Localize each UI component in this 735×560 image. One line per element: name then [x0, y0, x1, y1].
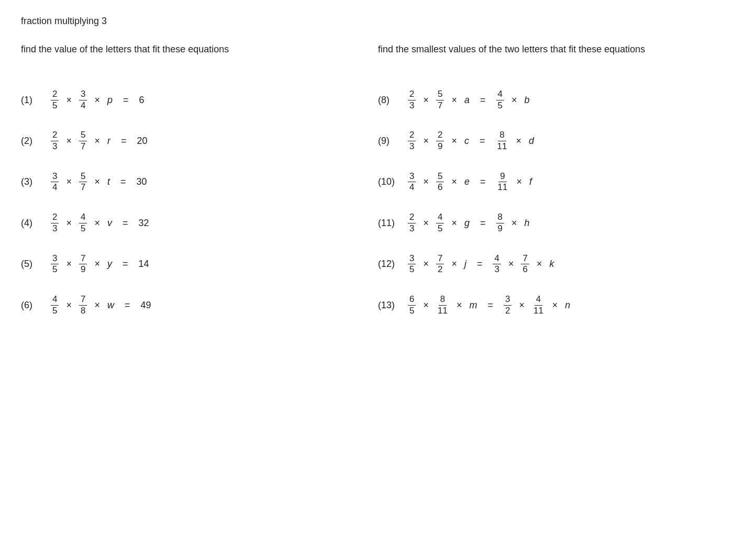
equals-symbol: =	[125, 300, 130, 311]
fraction: 78	[79, 295, 87, 316]
equation-row: (5)35×79×y=14	[21, 254, 347, 275]
fraction: 57	[79, 130, 87, 151]
equation-row: (1)25×34×p=6	[21, 89, 347, 110]
number-value: 20	[137, 136, 147, 147]
fraction: 32	[504, 295, 511, 316]
number-value: 14	[138, 259, 149, 270]
variable: b	[524, 95, 529, 106]
left-header: find the value of the letters that fit t…	[21, 42, 347, 74]
fraction: 45	[496, 89, 504, 110]
variable: m	[469, 300, 477, 311]
variable: e	[464, 176, 470, 187]
equation-number: (1)	[21, 95, 50, 106]
equals-symbol: =	[480, 176, 486, 187]
variable: p	[107, 95, 113, 106]
equation-body: 23×45×v=32	[50, 212, 150, 233]
equation-number: (6)	[21, 300, 50, 311]
left-column: find the value of the letters that fit t…	[21, 42, 357, 335]
equation-row: (3)34×57×t=30	[21, 172, 347, 193]
equation-body: 23×57×r=20	[50, 130, 149, 151]
times-symbol: ×	[94, 176, 100, 187]
equals-symbol: =	[122, 259, 128, 270]
fraction: 34	[51, 172, 59, 193]
times-symbol: ×	[423, 218, 429, 229]
times-symbol: ×	[66, 95, 72, 106]
right-header: find the smallest values of the two lett…	[378, 42, 704, 74]
fraction: 89	[496, 212, 504, 233]
equals-symbol: =	[480, 95, 486, 106]
fraction: 811	[495, 130, 508, 151]
variable: k	[549, 259, 554, 270]
variable: f	[529, 176, 532, 187]
equation-body: 34×56×e=911×f	[407, 172, 533, 193]
equation-body: 34×57×t=30	[50, 172, 148, 193]
equation-number: (11)	[378, 218, 407, 229]
variable: w	[107, 300, 114, 311]
equation-number: (9)	[378, 136, 407, 147]
times-symbol: ×	[552, 300, 558, 311]
times-symbol: ×	[66, 176, 72, 187]
fraction: 23	[408, 212, 416, 233]
fraction: 29	[436, 130, 444, 151]
times-symbol: ×	[511, 95, 517, 106]
variable: t	[107, 176, 110, 187]
equation-number: (5)	[21, 259, 50, 270]
times-symbol: ×	[94, 136, 100, 147]
variable: n	[565, 300, 570, 311]
equation-row: (11)23×45×g=89×h	[378, 212, 704, 233]
times-symbol: ×	[519, 300, 525, 311]
variable: r	[107, 136, 110, 147]
equation-body: 35×72×j=43×76×k	[407, 254, 555, 275]
times-symbol: ×	[66, 218, 72, 229]
fraction: 79	[79, 254, 87, 275]
equation-row: (10)34×56×e=911×f	[378, 172, 704, 193]
times-symbol: ×	[66, 136, 72, 147]
fraction: 43	[493, 254, 500, 275]
times-symbol: ×	[511, 218, 517, 229]
times-symbol: ×	[423, 136, 429, 147]
equals-symbol: =	[121, 136, 127, 147]
times-symbol: ×	[451, 95, 457, 106]
variable: y	[107, 259, 112, 270]
equation-body: 23×29×c=811×d	[407, 130, 535, 151]
equation-body: 23×57×a=45×b	[407, 89, 531, 110]
number-value: 32	[138, 218, 149, 229]
times-symbol: ×	[451, 259, 457, 270]
variable: a	[464, 95, 470, 106]
equals-symbol: =	[477, 259, 483, 270]
equation-row: (12)35×72×j=43×76×k	[378, 254, 704, 275]
fraction: 34	[79, 89, 87, 110]
fraction: 35	[408, 254, 416, 275]
equals-symbol: =	[120, 176, 126, 187]
times-symbol: ×	[423, 259, 429, 270]
variable: g	[464, 218, 470, 229]
equation-row: (6)45×78×w=49	[21, 295, 347, 316]
times-symbol: ×	[423, 300, 429, 311]
times-symbol: ×	[66, 300, 72, 311]
right-equations: (8)23×57×a=45×b(9)23×29×c=811×d(10)34×56…	[378, 89, 704, 316]
variable: d	[529, 136, 534, 147]
equation-body: 23×45×g=89×h	[407, 212, 531, 233]
equals-symbol: =	[487, 300, 493, 311]
fraction: 811	[436, 295, 449, 316]
times-symbol: ×	[456, 300, 462, 311]
equation-number: (10)	[378, 176, 407, 187]
fraction: 57	[79, 172, 87, 193]
times-symbol: ×	[451, 218, 457, 229]
equals-symbol: =	[123, 95, 129, 106]
equation-row: (13)65×811×m=32×411×n	[378, 295, 704, 316]
fraction: 57	[436, 89, 444, 110]
fraction: 45	[79, 212, 87, 233]
equation-body: 35×79×y=14	[50, 254, 150, 275]
equals-symbol: =	[122, 218, 128, 229]
right-column: find the smallest values of the two lett…	[357, 42, 714, 335]
times-symbol: ×	[508, 259, 514, 270]
variable: j	[464, 259, 466, 270]
fraction: 56	[436, 172, 444, 193]
left-equations: (1)25×34×p=6(2)23×57×r=20(3)34×57×t=30(4…	[21, 89, 347, 316]
times-symbol: ×	[516, 176, 522, 187]
equation-number: (3)	[21, 176, 50, 187]
times-symbol: ×	[66, 259, 72, 270]
equation-body: 65×811×m=32×411×n	[407, 295, 571, 316]
equation-body: 25×34×p=6	[50, 89, 146, 110]
